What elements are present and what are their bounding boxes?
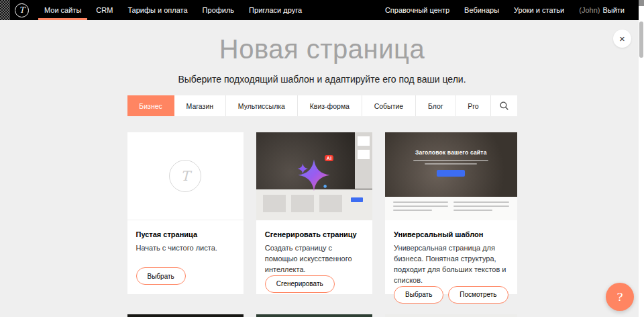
universal-template-preview[interactable]: Заголовок вашего сайта — [385, 132, 517, 220]
nav-item-profile[interactable]: Профиль — [195, 0, 242, 20]
logout-label: Выйти — [602, 6, 625, 14]
template-card-universal: Заголовок вашего сайта Универсальный шаб… — [385, 132, 517, 294]
tab-business[interactable]: Бизнес — [127, 95, 174, 116]
question-mark-icon: ? — [616, 290, 623, 304]
ai-badge: AI — [325, 155, 334, 161]
page-title: Новая страница — [0, 34, 644, 64]
nav-item-crm[interactable]: CRM — [89, 0, 120, 20]
preview-hero-heading: Заголовок вашего сайта — [415, 149, 487, 156]
nav-item-lessons-articles[interactable]: Уроки и статьи — [506, 0, 572, 20]
tab-quiz-form[interactable]: Квиз-форма — [298, 95, 362, 116]
preview-sidebar-decoration — [355, 132, 372, 189]
secondary-nav: Справочный центр Вебинары Уроки и статьи… — [378, 0, 632, 20]
page-subtitle: Выберите подходящий шаблон и адаптируйте… — [0, 74, 644, 85]
card-body: Универсальный шаблон Универсальная стран… — [385, 220, 517, 313]
tab-store[interactable]: Магазин — [174, 95, 226, 116]
user-name-label: (John) — [579, 6, 600, 14]
template-card — [385, 314, 517, 317]
preview-universal-button[interactable]: Посмотреть — [448, 286, 508, 304]
blank-page-preview[interactable]: T — [127, 132, 244, 220]
tab-search[interactable] — [491, 95, 517, 116]
card-body: Сгенерировать страницу Создать страницу … — [256, 220, 372, 302]
close-icon: × — [619, 33, 625, 44]
tilda-logo[interactable]: T — [10, 0, 37, 20]
template-card — [127, 314, 244, 317]
template-category-tabs: Бизнес Магазин Мультиссылка Квиз-форма С… — [127, 95, 517, 116]
search-icon — [500, 101, 508, 110]
tilda-logo-icon: T — [15, 3, 29, 17]
preview-blue-button-decoration — [351, 197, 363, 202]
scrollbar-thumb[interactable] — [639, 21, 643, 58]
generate-button[interactable]: Сгенерировать — [265, 275, 335, 293]
corner-pattern-decoration — [0, 0, 10, 20]
nav-item-invite-friend[interactable]: Пригласи друга — [241, 0, 309, 20]
nav-item-my-sites[interactable]: Мои сайты — [37, 0, 89, 20]
preview-cta-decoration — [437, 170, 465, 177]
template-card-ai-generate: AI Сгенерировать страницу Создать страни… — [256, 132, 372, 294]
close-button[interactable]: × — [613, 30, 631, 48]
tab-pro[interactable]: Pro — [455, 95, 491, 116]
card-body: Пустая страница Начать с чистого листа. … — [127, 220, 244, 294]
primary-nav: Мои сайты CRM Тарифы и оплата Профиль Пр… — [37, 0, 309, 20]
template-preview[interactable] — [127, 314, 244, 317]
nav-item-webinars[interactable]: Вебинары — [457, 0, 506, 20]
tab-multilink[interactable]: Мультиссылка — [226, 95, 298, 116]
card-title: Сгенерировать страницу — [265, 230, 364, 238]
card-actions: Сгенерировать — [265, 275, 364, 293]
nav-item-help-center[interactable]: Справочный центр — [378, 0, 457, 20]
preview-text-decoration — [385, 197, 517, 220]
scrollbar-top-cap — [639, 0, 644, 6]
tilda-mark-icon: T — [169, 160, 201, 192]
card-actions: Выбрать Посмотреть — [394, 286, 508, 304]
help-button[interactable]: ? — [606, 283, 634, 311]
tab-event[interactable]: Событие — [362, 95, 416, 116]
preview-content-decoration — [256, 189, 372, 220]
choose-universal-button[interactable]: Выбрать — [394, 286, 443, 304]
template-card-grid: T Пустая страница Начать с чистого листа… — [127, 132, 517, 317]
scrollbar-track — [639, 0, 644, 317]
template-card-blank-page: T Пустая страница Начать с чистого листа… — [127, 132, 244, 294]
template-preview[interactable] — [256, 314, 372, 317]
ai-sparkle-icon — [295, 156, 333, 193]
card-title: Пустая страница — [136, 230, 235, 238]
card-title: Универсальный шаблон — [394, 230, 508, 238]
choose-blank-button[interactable]: Выбрать — [136, 267, 186, 285]
template-card — [256, 314, 372, 317]
nav-item-plans-payment[interactable]: Тарифы и оплата — [120, 0, 195, 20]
card-description: Создать страницу с помощью искусственног… — [265, 243, 364, 275]
card-description: Начать с чистого листа. — [136, 243, 235, 254]
card-description: Универсальная страница для бизнеса. Поня… — [394, 243, 508, 286]
tab-blog[interactable]: Блог — [416, 95, 455, 116]
ai-generate-preview[interactable]: AI — [256, 132, 372, 220]
template-preview[interactable] — [385, 314, 517, 317]
card-actions: Выбрать — [136, 267, 235, 285]
preview-hero-decoration: Заголовок вашего сайта — [385, 132, 517, 197]
nav-item-logout[interactable]: (John) Выйти — [572, 0, 632, 20]
top-navigation-bar: T Мои сайты CRM Тарифы и оплата Профиль … — [0, 0, 644, 20]
